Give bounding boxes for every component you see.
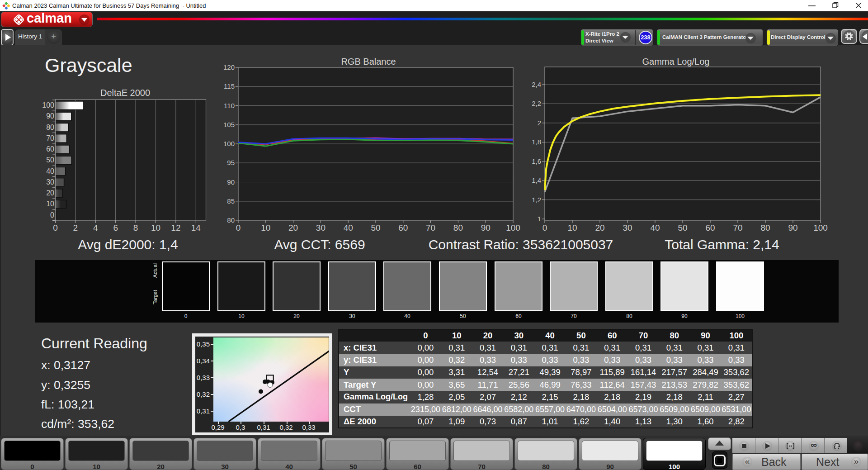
svg-text:20: 20 [46, 189, 54, 197]
svg-text:90: 90 [46, 112, 54, 120]
svg-text:80: 80 [760, 223, 770, 233]
svg-text:110: 110 [224, 102, 235, 109]
svg-text:1,6: 1,6 [532, 157, 541, 165]
svg-text:100: 100 [42, 101, 54, 109]
svg-text:20: 20 [595, 223, 604, 233]
svg-text:6: 6 [113, 223, 118, 233]
svg-text:40: 40 [46, 167, 54, 175]
svg-text:90: 90 [481, 223, 491, 233]
svg-text:DeltaE 2000: DeltaE 2000 [100, 88, 150, 98]
svg-text:115: 115 [224, 82, 235, 90]
svg-text:95: 95 [227, 159, 235, 166]
svg-text:2,4: 2,4 [532, 81, 541, 88]
svg-text:105: 105 [223, 121, 235, 128]
svg-text:10: 10 [151, 223, 160, 233]
svg-text:1,4: 1,4 [532, 176, 541, 184]
svg-text:2: 2 [73, 223, 78, 233]
svg-text:Gamma Log/Log: Gamma Log/Log [642, 57, 710, 66]
svg-text:1,2: 1,2 [532, 196, 541, 204]
svg-text:12: 12 [171, 223, 180, 233]
svg-text:10: 10 [261, 223, 270, 233]
svg-text:100: 100 [506, 223, 520, 233]
svg-text:0: 0 [50, 211, 54, 219]
svg-text:80: 80 [227, 216, 235, 224]
svg-text:14: 14 [191, 223, 201, 233]
svg-text:RGB Balance: RGB Balance [341, 57, 396, 66]
svg-text:2,2: 2,2 [532, 100, 541, 107]
svg-text:100: 100 [813, 223, 828, 233]
svg-text:60: 60 [46, 145, 54, 153]
svg-text:0: 0 [53, 223, 58, 233]
svg-text:10: 10 [46, 200, 54, 208]
svg-text:30: 30 [623, 223, 632, 233]
svg-text:50: 50 [371, 223, 380, 233]
svg-text:90: 90 [227, 178, 235, 186]
svg-text:70: 70 [426, 223, 435, 233]
svg-text:85: 85 [227, 197, 235, 205]
svg-text:80: 80 [453, 223, 463, 233]
svg-text:90: 90 [788, 223, 797, 233]
svg-text:70: 70 [46, 134, 54, 142]
svg-text:4: 4 [93, 223, 98, 233]
svg-text:30: 30 [316, 223, 326, 233]
svg-text:1: 1 [538, 215, 541, 223]
svg-text:120: 120 [223, 63, 235, 71]
svg-text:30: 30 [46, 178, 54, 186]
svg-text:20: 20 [288, 223, 298, 233]
svg-text:100: 100 [223, 140, 235, 147]
svg-text:40: 40 [344, 223, 353, 233]
svg-text:50: 50 [678, 223, 687, 233]
svg-text:40: 40 [650, 223, 660, 233]
svg-text:0: 0 [236, 223, 241, 233]
svg-text:1,8: 1,8 [532, 138, 541, 146]
svg-text:60: 60 [705, 223, 715, 233]
svg-text:60: 60 [398, 223, 408, 233]
svg-text:70: 70 [733, 223, 742, 233]
svg-text:50: 50 [46, 156, 54, 164]
svg-text:8: 8 [133, 223, 138, 233]
svg-text:10: 10 [567, 223, 577, 233]
svg-text:2: 2 [538, 119, 541, 127]
svg-text:80: 80 [46, 123, 54, 131]
svg-text:0: 0 [542, 223, 547, 233]
